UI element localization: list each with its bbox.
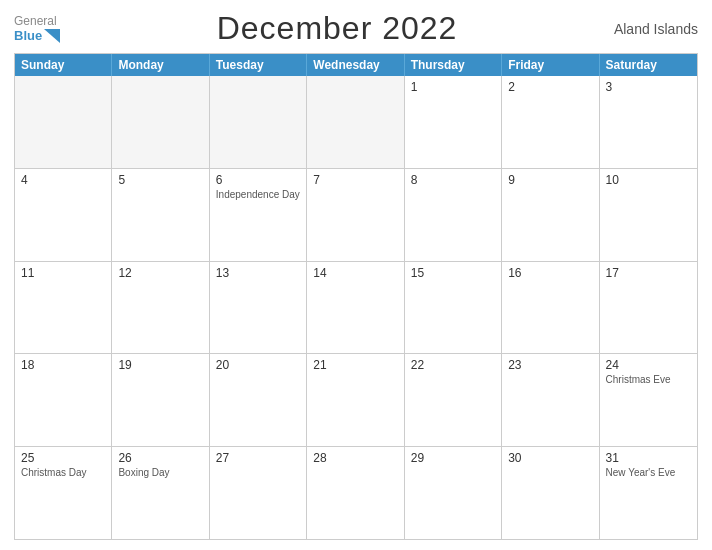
day-number: 13 — [216, 266, 300, 280]
week-row-2: 456Independence Day78910 — [15, 168, 697, 261]
event-label: New Year's Eve — [606, 467, 691, 478]
week-row-4: 18192021222324Christmas Eve — [15, 353, 697, 446]
day-number: 12 — [118, 266, 202, 280]
day-cell: 11 — [15, 262, 112, 354]
day-number: 6 — [216, 173, 300, 187]
day-cell — [210, 76, 307, 168]
day-cell: 18 — [15, 354, 112, 446]
day-number: 10 — [606, 173, 691, 187]
day-number: 5 — [118, 173, 202, 187]
page: General Blue December 2022 Aland Islands… — [0, 0, 712, 550]
day-number: 20 — [216, 358, 300, 372]
event-label: Christmas Eve — [606, 374, 691, 385]
header-wednesday: Wednesday — [307, 54, 404, 76]
day-cell: 15 — [405, 262, 502, 354]
month-title: December 2022 — [217, 10, 458, 47]
day-number: 9 — [508, 173, 592, 187]
header: General Blue December 2022 Aland Islands — [14, 10, 698, 47]
day-number: 29 — [411, 451, 495, 465]
day-number: 11 — [21, 266, 105, 280]
day-number: 30 — [508, 451, 592, 465]
day-number: 23 — [508, 358, 592, 372]
day-cell: 17 — [600, 262, 697, 354]
logo-blue-text: Blue — [14, 28, 42, 44]
header-sunday: Sunday — [15, 54, 112, 76]
day-cell — [307, 76, 404, 168]
day-number: 26 — [118, 451, 202, 465]
week-row-5: 25Christmas Day26Boxing Day2728293031New… — [15, 446, 697, 539]
day-cell: 29 — [405, 447, 502, 539]
day-number: 21 — [313, 358, 397, 372]
calendar: Sunday Monday Tuesday Wednesday Thursday… — [14, 53, 698, 540]
header-saturday: Saturday — [600, 54, 697, 76]
day-cell — [15, 76, 112, 168]
day-cell: 28 — [307, 447, 404, 539]
day-cell: 14 — [307, 262, 404, 354]
day-cell: 1 — [405, 76, 502, 168]
day-number: 7 — [313, 173, 397, 187]
day-number: 16 — [508, 266, 592, 280]
logo-flag-icon — [44, 29, 60, 43]
day-cell: 10 — [600, 169, 697, 261]
day-cell: 24Christmas Eve — [600, 354, 697, 446]
day-cell: 21 — [307, 354, 404, 446]
day-cell: 23 — [502, 354, 599, 446]
day-number: 24 — [606, 358, 691, 372]
day-cell: 30 — [502, 447, 599, 539]
day-cell: 3 — [600, 76, 697, 168]
day-headers-row: Sunday Monday Tuesday Wednesday Thursday… — [15, 54, 697, 76]
day-number: 1 — [411, 80, 495, 94]
day-number: 17 — [606, 266, 691, 280]
event-label: Independence Day — [216, 189, 300, 200]
day-cell: 4 — [15, 169, 112, 261]
day-cell: 27 — [210, 447, 307, 539]
day-cell: 20 — [210, 354, 307, 446]
day-number: 31 — [606, 451, 691, 465]
week-row-1: 123 — [15, 76, 697, 168]
day-cell: 2 — [502, 76, 599, 168]
header-friday: Friday — [502, 54, 599, 76]
day-number: 4 — [21, 173, 105, 187]
day-cell: 16 — [502, 262, 599, 354]
day-number: 18 — [21, 358, 105, 372]
day-cell: 5 — [112, 169, 209, 261]
day-number: 27 — [216, 451, 300, 465]
day-cell: 6Independence Day — [210, 169, 307, 261]
header-monday: Monday — [112, 54, 209, 76]
header-tuesday: Tuesday — [210, 54, 307, 76]
day-cell: 12 — [112, 262, 209, 354]
day-cell: 25Christmas Day — [15, 447, 112, 539]
day-number: 14 — [313, 266, 397, 280]
day-cell: 9 — [502, 169, 599, 261]
svg-marker-0 — [44, 29, 60, 43]
day-cell: 26Boxing Day — [112, 447, 209, 539]
day-cell: 13 — [210, 262, 307, 354]
day-number: 3 — [606, 80, 691, 94]
day-number: 25 — [21, 451, 105, 465]
day-cell: 8 — [405, 169, 502, 261]
day-cell — [112, 76, 209, 168]
logo-text: General Blue — [14, 14, 60, 44]
day-number: 19 — [118, 358, 202, 372]
day-number: 15 — [411, 266, 495, 280]
day-number: 2 — [508, 80, 592, 94]
calendar-weeks: 123456Independence Day789101112131415161… — [15, 76, 697, 539]
logo: General Blue — [14, 14, 60, 44]
header-thursday: Thursday — [405, 54, 502, 76]
day-cell: 19 — [112, 354, 209, 446]
day-cell: 31New Year's Eve — [600, 447, 697, 539]
week-row-3: 11121314151617 — [15, 261, 697, 354]
day-cell: 7 — [307, 169, 404, 261]
day-number: 28 — [313, 451, 397, 465]
day-number: 8 — [411, 173, 495, 187]
event-label: Boxing Day — [118, 467, 202, 478]
region-label: Aland Islands — [614, 21, 698, 37]
event-label: Christmas Day — [21, 467, 105, 478]
day-cell: 22 — [405, 354, 502, 446]
day-number: 22 — [411, 358, 495, 372]
